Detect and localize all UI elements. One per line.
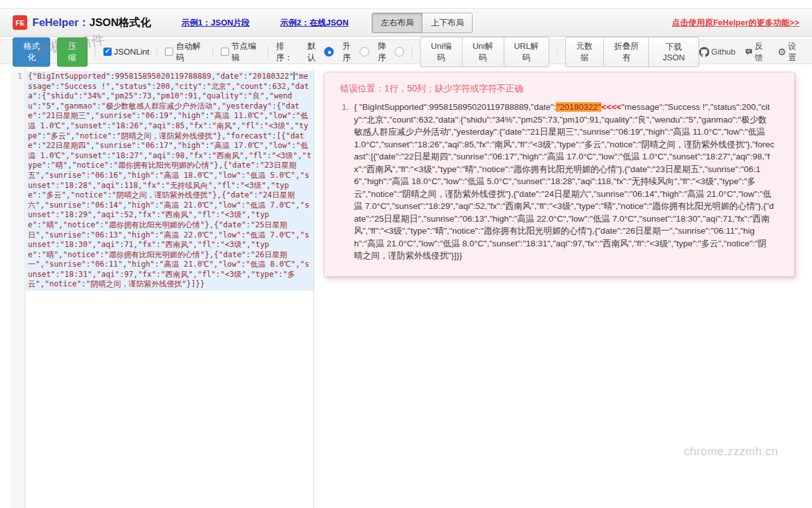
layout-top-bottom-button[interactable]: 上下布局	[422, 13, 473, 33]
divider	[213, 46, 213, 58]
error-list-item: 1. { "BigIntSupported":99581589502011978…	[340, 101, 778, 262]
result-panel: 错误位置：1行，50列；缺少字符或字符不正确 1. { "BigIntSuppo…	[315, 68, 812, 508]
checkbox-unchecked-icon	[165, 48, 173, 56]
format-button[interactable]: 格式化	[13, 37, 50, 67]
radio-selected-icon	[324, 47, 334, 57]
gear-icon: ⚙	[778, 47, 786, 57]
tools-button-group: 元数据 折叠所有 下载JSON	[565, 37, 699, 67]
node-edit-checkbox[interactable]: 节点编辑	[221, 41, 260, 64]
sort-default-label: 默认	[307, 41, 321, 64]
app-name: FeHelper：	[32, 15, 89, 30]
divider	[157, 46, 157, 58]
code-after-cursor: "message":"Success !","status":200,"city…	[28, 72, 311, 288]
collapse-all-button[interactable]: 折叠所有	[603, 37, 649, 67]
uni-decode-button[interactable]: Uni解码	[462, 37, 504, 67]
feedback-label: 反馈	[754, 41, 768, 64]
layout-left-right-button[interactable]: 左右布局	[372, 13, 422, 33]
header-bar: FE FeHelper： JSON格式化 示例1：JSON片段 示例2：在线JS…	[0, 8, 812, 37]
layout-toggle-group: 左右布局 上下布局	[372, 13, 473, 33]
encode-button-group: Uni编码 Uni解码 URL解码	[420, 37, 549, 67]
sort-label: 排序：	[276, 41, 298, 64]
error-suffix: "message":"Success !","status":200,"city…	[354, 102, 774, 260]
active-code-line[interactable]: {"BigIntSupported":995815895020119788889…	[26, 71, 313, 291]
code-before-cursor: {"BigIntSupported":995815895020119788889…	[28, 72, 294, 81]
auto-decode-checkbox[interactable]: 自动解码	[165, 41, 204, 64]
url-decode-button[interactable]: URL解码	[504, 37, 549, 67]
error-json-text: { "BigIntSupported":99581589502011978888…	[354, 101, 775, 262]
radio-unselected-icon	[395, 47, 404, 57]
jsonlint-label: JSONLint	[114, 47, 150, 57]
error-item-number: 1.	[340, 101, 354, 262]
divider	[268, 46, 268, 58]
error-highlight: "20180322"	[556, 102, 601, 112]
divider	[412, 46, 412, 58]
jsonlint-checkbox[interactable]: JSONLint	[103, 47, 150, 57]
feedback-icon	[745, 48, 752, 57]
sort-asc-radio[interactable]: 升序	[343, 41, 369, 64]
fehelper-logo-icon: FE	[13, 15, 27, 30]
divider	[95, 46, 96, 58]
editor-gutter: 1	[11, 68, 25, 508]
node-edit-label: 节点编辑	[232, 41, 260, 64]
more-features-link[interactable]: 点击使用原FeHelper的更多功能>>	[672, 17, 799, 29]
error-marker: <<<<	[601, 102, 622, 112]
github-icon	[699, 47, 709, 57]
uni-encode-button[interactable]: Uni编码	[420, 37, 462, 67]
settings-label: 设置	[788, 41, 799, 64]
toolbar-right-cluster: Github 反馈 ⚙ 设置	[699, 41, 799, 64]
error-position-title: 错误位置：1行，50列；缺少字符或字符不正确	[340, 83, 778, 95]
example1-link[interactable]: 示例1：JSON片段	[181, 17, 250, 29]
settings-link[interactable]: ⚙ 设置	[778, 41, 799, 64]
toolbar: 格式化 压缩 JSONLint 自动解码 节点编辑 排序： 默认 升序 降序 U…	[0, 39, 812, 64]
json-error-box: 错误位置：1行，50列；缺少字符或字符不正确 1. { "BigIntSuppo…	[324, 72, 795, 277]
github-link[interactable]: Github	[699, 47, 735, 57]
error-prefix: { "BigIntSupported":99581589502011978888…	[354, 102, 556, 112]
compress-button[interactable]: 压缩	[57, 37, 88, 67]
json-source-editor[interactable]: 1 {"BigIntSupported":9958158950201197888…	[11, 68, 314, 508]
github-label: Github	[711, 47, 735, 57]
metadata-button[interactable]: 元数据	[565, 37, 604, 67]
checkbox-unchecked-icon	[221, 48, 229, 56]
auto-decode-label: 自动解码	[176, 41, 204, 64]
divider	[557, 46, 558, 58]
editor-code-area[interactable]: {"BigIntSupported":995815895020119788889…	[26, 68, 313, 291]
page-title: JSON格式化	[89, 15, 151, 30]
download-json-button[interactable]: 下载JSON	[648, 37, 699, 67]
line-number: 1	[11, 68, 25, 82]
sort-desc-label: 降序	[378, 41, 392, 64]
sort-asc-label: 升序	[343, 41, 357, 64]
checkbox-checked-icon	[103, 48, 112, 56]
example2-link[interactable]: 示例2：在线JSON	[280, 17, 349, 29]
radio-unselected-icon	[360, 47, 369, 57]
sort-default-radio[interactable]: 默认	[307, 41, 334, 64]
feedback-link[interactable]: 反馈	[745, 41, 768, 64]
sort-desc-radio[interactable]: 降序	[378, 41, 405, 64]
